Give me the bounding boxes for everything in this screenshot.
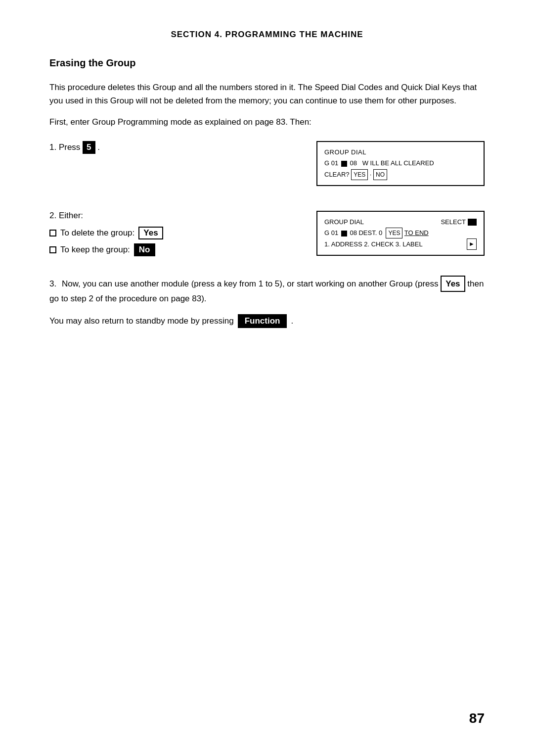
step2-left: 2. Either: To delete the group: Yes To k… (49, 211, 302, 266)
step3-text-before: Now, you can use another module (press a… (62, 279, 439, 288)
step2-right: GROUP DIAL SELECT G 01 08 DEST. 0 YES TO… (316, 211, 485, 266)
checkbox-delete (49, 230, 56, 236)
no-key-keep: No (134, 243, 155, 256)
section-header: SECTION 4. PROGRAMMING THE MACHINE (49, 30, 485, 40)
step1-area: 1. Press 5 . GROUP DIAL G 01 08 W ILL BE… (49, 141, 485, 196)
lcd2-select-area: SELECT (441, 217, 477, 228)
step1-left: 1. Press 5 . (49, 141, 302, 196)
lcd2-line1: G 01 08 DEST. 0 YES TO END (324, 228, 477, 238)
step2-label: 2. Either: (49, 211, 302, 221)
lcd1-title: GROUP DIAL (324, 147, 477, 158)
lcd2-options: 1. ADDRESS 2. CHECK 3. LABEL (324, 239, 423, 250)
lcd2-to-end: TO END (404, 229, 429, 236)
intro-text: This procedure deletes this Group and al… (49, 81, 485, 107)
lcd1-box: GROUP DIAL G 01 08 W ILL BE ALL CLEARED … (316, 141, 485, 186)
yes-key-delete: Yes (138, 227, 163, 239)
function-period: . (291, 316, 293, 326)
lcd2-select-filled (468, 219, 477, 226)
lcd1-yes: YES (351, 169, 368, 180)
lcd2-select-label: SELECT (441, 217, 466, 228)
step1-right: GROUP DIAL G 01 08 W ILL BE ALL CLEARED … (316, 141, 485, 196)
lcd2-box: GROUP DIAL SELECT G 01 08 DEST. 0 YES TO… (316, 211, 485, 256)
lcd2-arrow: ► (467, 238, 477, 249)
lcd2-title-row: GROUP DIAL SELECT (324, 217, 477, 228)
lcd2-yes: YES (386, 228, 402, 238)
section-title: Erasing the Group (49, 57, 485, 69)
yes-key-step3: Yes (441, 276, 465, 292)
function-line-text: You may also return to standby mode by p… (49, 316, 234, 326)
step1-label: 1. Press 5 . (49, 141, 302, 154)
option-keep: To keep the group: No (49, 243, 302, 256)
page: SECTION 4. PROGRAMMING THE MACHINE Erasi… (0, 0, 534, 756)
checkbox-keep (49, 246, 56, 253)
lcd1-line2: CLEAR? YES · NO (324, 169, 477, 180)
step3-area: 3. Now, you can use another module (pres… (49, 276, 485, 328)
option-keep-text: To keep the group: (60, 245, 130, 255)
step3-number: 3. (49, 277, 56, 290)
lcd1-square (341, 161, 347, 167)
step2-area: 2. Either: To delete the group: Yes To k… (49, 211, 485, 266)
first-line: First, enter Group Programming mode as e… (49, 117, 485, 127)
lcd2-line2: 1. ADDRESS 2. CHECK 3. LABEL ► (324, 238, 477, 249)
lcd2-title: GROUP DIAL (324, 217, 364, 228)
function-line: You may also return to standby mode by p… (49, 314, 485, 328)
option-delete-text: To delete the group: (60, 228, 134, 238)
key-5: 5 (83, 141, 95, 154)
step3-text: 3. Now, you can use another module (pres… (49, 276, 485, 305)
lcd1-clear: CLEAR? (324, 171, 351, 178)
lcd1-no: NO (373, 169, 387, 180)
page-number: 87 (469, 710, 485, 726)
step1-text: 1. Press (49, 142, 80, 152)
lcd1-line1: G 01 08 W ILL BE ALL CLEARED (324, 158, 477, 169)
function-key: Function (238, 314, 287, 328)
option-delete: To delete the group: Yes (49, 227, 302, 239)
lcd2-square (341, 231, 347, 236)
step1-period: . (97, 142, 100, 152)
lcd1-dot: · (370, 171, 373, 178)
